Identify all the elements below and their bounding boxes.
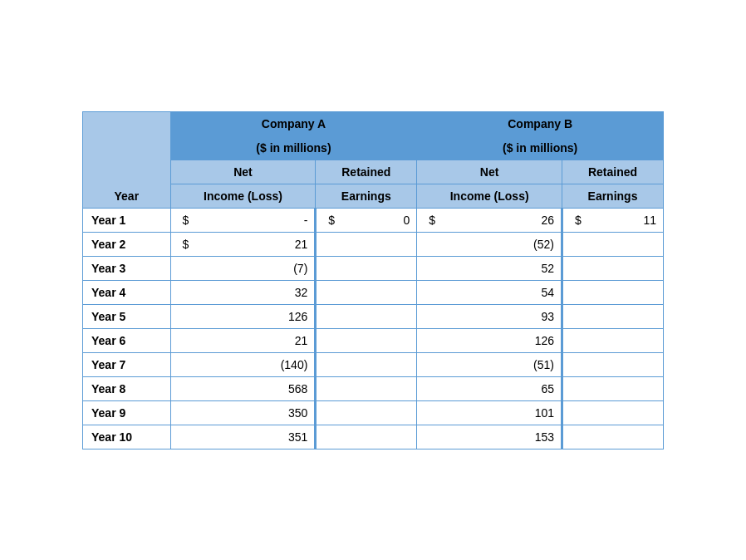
company-a-retained-cell [316, 400, 417, 425]
company-b-net-cell: 93 [417, 304, 562, 328]
company-b-header: Company B [417, 111, 664, 135]
table-wrapper: YearCompany ACompany B($ in millions)($ … [66, 95, 680, 466]
company-b-retained-cell [562, 352, 664, 376]
table-row: Year 1$-$0$26$11 [83, 208, 664, 232]
company-b-net-cell: 126 [417, 328, 562, 352]
company-a-retained-cell [316, 304, 417, 328]
company-b-net-cell: 101 [417, 400, 562, 425]
company-a-net-cell: 568 [170, 376, 316, 400]
company-b-retained-cell [562, 280, 664, 304]
table-row: Year 512693 [83, 304, 664, 328]
year-cell: Year 9 [83, 400, 171, 425]
year-cell: Year 4 [83, 280, 171, 304]
year-cell: Year 3 [83, 256, 171, 280]
company-b-retained-cell [562, 376, 664, 400]
company-a-retained-cell [316, 352, 417, 376]
company-b-retained-cell [562, 425, 664, 449]
company-b-retained-cell [562, 328, 664, 352]
company-a-retained-cell [316, 376, 417, 400]
table-row: Year 2$21(52) [83, 232, 664, 256]
company-a-net-cell: 21 [170, 328, 316, 352]
table-row: Year 43254 [83, 280, 664, 304]
company-b-retained-cell: $11 [562, 208, 664, 232]
company-a-retained-cell [316, 328, 417, 352]
table-row: Year 3(7)52 [83, 256, 664, 280]
year-cell: Year 8 [83, 376, 171, 400]
company-a-net-cell: 351 [170, 425, 316, 449]
company-a-net-cell: $- [170, 208, 316, 232]
company-a-retained-cell [316, 232, 417, 256]
table-row: Year 621126 [83, 328, 664, 352]
company-b-retained-cell [562, 256, 664, 280]
year-cell: Year 6 [83, 328, 171, 352]
company-b-net-cell: (51) [417, 352, 562, 376]
table-row: Year 7(140)(51) [83, 352, 664, 376]
table-row: Year 9350101 [83, 400, 664, 425]
table-row: Year 856865 [83, 376, 664, 400]
company-a-net-cell: 126 [170, 304, 316, 328]
company-b-net-cell: 65 [417, 376, 562, 400]
company-b-net-cell: $26 [417, 208, 562, 232]
company-b-net-cell: 52 [417, 256, 562, 280]
year-cell: Year 2 [83, 232, 171, 256]
company-b-net-cell: 153 [417, 425, 562, 449]
company-b-retained-cell [562, 304, 664, 328]
company-a-retained-cell [316, 425, 417, 449]
company-b-retained-cell [562, 232, 664, 256]
financial-table: YearCompany ACompany B($ in millions)($ … [82, 111, 664, 449]
company-a-retained-cell [316, 280, 417, 304]
company-a-retained-cell [316, 256, 417, 280]
company-a-net-cell: 350 [170, 400, 316, 425]
company-b-net-cell: 54 [417, 280, 562, 304]
table-row: Year 10351153 [83, 425, 664, 449]
year-cell: Year 10 [83, 425, 171, 449]
company-a-net-cell: $21 [170, 232, 316, 256]
year-cell: Year 7 [83, 352, 171, 376]
company-a-net-cell: (140) [170, 352, 316, 376]
company-a-net-cell: (7) [170, 256, 316, 280]
company-a-retained-cell: $0 [316, 208, 417, 232]
company-b-retained-cell [562, 400, 664, 425]
company-a-net-cell: 32 [170, 280, 316, 304]
year-cell: Year 1 [83, 208, 171, 232]
company-b-net-cell: (52) [417, 232, 562, 256]
company-a-header: Company A [170, 111, 417, 135]
year-cell: Year 5 [83, 304, 171, 328]
